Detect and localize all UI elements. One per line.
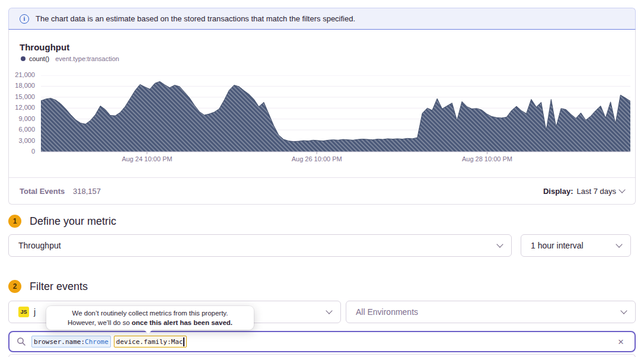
filter-search-input[interactable]: browser.name:Chrome device.family:Mac × xyxy=(8,331,636,352)
tooltip-line1: We don’t routinely collect metrics from … xyxy=(46,308,254,318)
step2-title: Filter events xyxy=(30,280,88,293)
x-axis-labels: Aug 24 10:00 PMAug 26 10:00 PMAug 28 10:… xyxy=(41,155,630,165)
chevron-down-icon xyxy=(616,241,622,247)
metrics-property-tooltip: We don’t routinely collect metrics from … xyxy=(46,306,254,330)
y-axis-tick-label: 0 xyxy=(31,148,35,155)
display-label: Display: xyxy=(543,187,573,196)
chevron-down-icon xyxy=(619,186,625,193)
tooltip-caret xyxy=(144,329,153,334)
total-events-label: Total Events xyxy=(20,187,65,196)
chevron-down-icon xyxy=(326,307,332,314)
y-axis-tick-label: 21,000 xyxy=(15,71,35,78)
project-select-value: j xyxy=(34,307,36,317)
chevron-down-icon xyxy=(620,307,627,314)
y-axis-labels: 03,0006,0009,00012,00015,00018,00021,000 xyxy=(9,30,39,184)
x-axis-tick-label: Aug 24 10:00 PM xyxy=(122,155,172,162)
y-axis-tick-label: 9,000 xyxy=(18,115,35,122)
javascript-platform-icon: JS xyxy=(18,307,29,317)
y-axis-tick-label: 6,000 xyxy=(18,126,35,133)
environment-select-value: All Environments xyxy=(356,307,418,317)
x-axis-tick-label: Aug 26 10:00 PM xyxy=(292,155,342,162)
text-cursor xyxy=(183,337,184,346)
metric-select-value: Throughput xyxy=(18,241,61,250)
step2-number-badge: 2 xyxy=(8,280,21,293)
filter-token-device-family[interactable]: device.family:Mac xyxy=(114,336,187,348)
step1-heading: 1 Define your metric xyxy=(8,215,116,228)
legend-filter-label: event.type:transaction xyxy=(55,55,119,62)
info-banner: i The chart data is an estimate based on… xyxy=(8,8,636,30)
clear-search-button[interactable]: × xyxy=(614,336,627,348)
chart-footer: Total Events 318,157 Display: Last 7 day… xyxy=(9,178,635,204)
chevron-down-icon xyxy=(496,241,503,247)
total-events-value: 318,157 xyxy=(73,187,101,196)
step1-title: Define your metric xyxy=(30,215,116,228)
chart-plot-area xyxy=(41,75,630,155)
interval-select[interactable]: 1 hour interval xyxy=(521,234,631,257)
metric-select[interactable]: Throughput xyxy=(8,234,512,257)
throughput-chart-card: Throughput count() event.type:transactio… xyxy=(8,30,636,205)
y-axis-tick-label: 15,000 xyxy=(15,93,35,100)
y-axis-tick-label: 18,000 xyxy=(15,82,35,89)
x-axis-tick-label: Aug 28 10:00 PM xyxy=(462,155,512,162)
tooltip-line2: However, we’ll do so once this alert has… xyxy=(46,318,254,327)
y-axis-tick-label: 12,000 xyxy=(15,104,35,111)
next-section-edge xyxy=(8,354,636,357)
info-banner-text: The chart data is an estimate based on t… xyxy=(36,14,355,23)
display-period-select[interactable]: Display: Last 7 days xyxy=(543,187,624,196)
throughput-area-chart xyxy=(41,75,630,155)
info-icon: i xyxy=(20,14,29,24)
environment-select[interactable]: All Environments xyxy=(346,301,636,323)
display-value: Last 7 days xyxy=(577,187,617,196)
step2-heading: 2 Filter events xyxy=(8,280,88,293)
alert-builder-page: i The chart data is an estimate based on… xyxy=(0,0,644,357)
y-axis-tick-label: 3,000 xyxy=(18,137,35,144)
interval-select-value: 1 hour interval xyxy=(531,241,584,250)
total-events: Total Events 318,157 xyxy=(20,187,101,196)
search-icon xyxy=(17,337,26,346)
filter-token-browser-name[interactable]: browser.name:Chrome xyxy=(31,336,111,348)
step1-number-badge: 1 xyxy=(8,215,21,228)
